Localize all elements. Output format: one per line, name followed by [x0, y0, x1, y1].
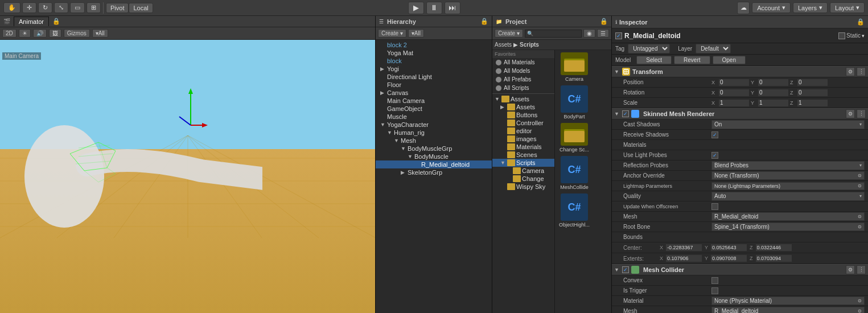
- bounds-cz[interactable]: [755, 244, 792, 252]
- tree-scenes[interactable]: Scenes: [492, 151, 554, 159]
- scale-x[interactable]: [718, 99, 750, 107]
- lightmap-select-btn[interactable]: ⊙: [858, 183, 862, 188]
- mesh-select-btn[interactable]: ⊙: [858, 214, 862, 219]
- anchor-select-btn[interactable]: ⊙: [858, 173, 862, 178]
- cloud-icon[interactable]: ☁: [737, 2, 750, 14]
- hier-item-yogi[interactable]: ▶ Yogi: [376, 65, 492, 73]
- mc-material-field[interactable]: None (Physic Material) ⊙: [711, 296, 865, 305]
- smr-header[interactable]: ▼ ✓ Skinned Mesh Renderer ⚙ ⋮: [612, 108, 868, 120]
- mc-more-btn[interactable]: ⋮: [857, 265, 866, 274]
- animator-tab[interactable]: Animator: [14, 17, 49, 26]
- pivot-btn[interactable]: Pivot: [106, 3, 129, 13]
- is-trigger-checkbox[interactable]: [711, 287, 718, 294]
- bounds-cy[interactable]: [710, 244, 747, 252]
- move-tool[interactable]: ✛: [22, 2, 36, 13]
- asset-objecthl[interactable]: C# ObjectHighl...: [557, 193, 591, 228]
- hier-item-humanrig[interactable]: ▼ Human_rig: [376, 129, 492, 137]
- hier-item-rmedial[interactable]: R_Medial_deltoid: [376, 160, 492, 168]
- hier-item-canvas[interactable]: ▶ Canvas: [376, 89, 492, 97]
- smr-settings-btn[interactable]: ⚙: [846, 109, 855, 118]
- layer-dropdown[interactable]: Default: [696, 44, 731, 53]
- rotate-tool[interactable]: ↻: [38, 2, 52, 13]
- fav-all-prefabs[interactable]: All Prefabs: [492, 75, 554, 84]
- tree-wispysky[interactable]: Wispy Sky: [492, 183, 554, 191]
- breadcrumb-assets[interactable]: Assets: [495, 42, 512, 48]
- hierarchy-create-btn[interactable]: Create ▾: [378, 29, 406, 38]
- fav-all-models[interactable]: All Models: [492, 67, 554, 75]
- account-dropdown[interactable]: Account ▾: [752, 2, 791, 13]
- tree-assets2[interactable]: ▶ Assets: [492, 103, 554, 111]
- scale-tool[interactable]: ⤡: [54, 2, 68, 13]
- inspector-scroll[interactable]: ✓ R_Medial_deltoid Static ▾ Tag Untagged…: [612, 28, 868, 313]
- project-create-btn[interactable]: Create ▾: [495, 29, 523, 38]
- hier-item-mesh[interactable]: ▼ Mesh: [376, 137, 492, 145]
- tree-images[interactable]: images: [492, 135, 554, 143]
- tree-materials[interactable]: Materials: [492, 143, 554, 151]
- receive-shadows-checkbox[interactable]: [711, 131, 718, 138]
- scale-z[interactable]: [797, 99, 828, 107]
- tree-buttons[interactable]: Buttons: [492, 111, 554, 119]
- smr-enabled-checkbox[interactable]: ✓: [622, 110, 629, 117]
- proj-btn2[interactable]: ☰: [597, 29, 609, 38]
- layers-dropdown[interactable]: Layers ▾: [793, 2, 828, 13]
- hier-item-dirlight[interactable]: Directional Light: [376, 73, 492, 81]
- rotation-z[interactable]: [797, 89, 828, 97]
- tree-editor[interactable]: editor: [492, 127, 554, 135]
- light-probes-checkbox[interactable]: [711, 152, 718, 159]
- lightmap-params-field[interactable]: None (Lightmap Parameters) ⊙: [711, 182, 865, 190]
- inspector-lock[interactable]: 🔒: [857, 18, 865, 26]
- bounds-ez[interactable]: [755, 254, 792, 262]
- mc-mesh-select-btn[interactable]: ⊙: [858, 308, 862, 313]
- transform-header[interactable]: ▼ Transform ⚙ ⋮: [612, 66, 868, 77]
- scene-img-effects-btn[interactable]: 🖼: [49, 29, 61, 38]
- tag-dropdown[interactable]: Untagged: [628, 44, 670, 53]
- hier-item-block[interactable]: block: [376, 57, 492, 65]
- hier-item-skelgrp[interactable]: ▶ SkeletonGrp: [376, 168, 492, 176]
- fav-all-materials[interactable]: All Materials: [492, 58, 554, 67]
- position-x[interactable]: [718, 79, 750, 87]
- mc-header[interactable]: ▼ ✓ Mesh Collider ⚙ ⋮: [612, 264, 868, 275]
- pause-button[interactable]: ⏸: [426, 2, 442, 14]
- anchor-override-field[interactable]: None (Transform) ⊙: [711, 171, 865, 180]
- position-y[interactable]: [758, 79, 789, 87]
- model-revert-btn[interactable]: Revert: [674, 56, 710, 64]
- hand-tool[interactable]: ✋: [3, 2, 20, 13]
- hier-item-yogachar[interactable]: ▼ YogaCharacter: [376, 121, 492, 129]
- scene-2d-btn[interactable]: 2D: [2, 29, 17, 38]
- hier-item-muscle[interactable]: Muscle: [376, 113, 492, 121]
- tree-assets[interactable]: ▼ Assets: [492, 95, 554, 103]
- bounds-cx[interactable]: [665, 244, 702, 252]
- smr-more-btn[interactable]: ⋮: [857, 109, 866, 118]
- scene-audio-btn[interactable]: 🔊: [33, 29, 47, 38]
- all-layers-btn[interactable]: ▾All: [92, 29, 108, 38]
- model-select-btn[interactable]: Select: [636, 56, 672, 64]
- quality-dropdown[interactable]: Auto ▾: [711, 192, 865, 201]
- cast-shadows-dropdown[interactable]: On ▾: [711, 120, 865, 129]
- proj-btn1[interactable]: ◉: [583, 29, 595, 38]
- asset-camera-folder[interactable]: Camera: [557, 52, 591, 82]
- reflection-probes-dropdown[interactable]: Blend Probes ▾: [711, 161, 865, 170]
- root-bone-select-btn[interactable]: ⊙: [858, 224, 862, 229]
- asset-meshcollide[interactable]: C# MeshCollide: [557, 156, 591, 190]
- object-active-checkbox[interactable]: ✓: [615, 32, 622, 39]
- scene-lighting-btn[interactable]: ☀: [19, 29, 31, 38]
- step-button[interactable]: ⏭: [445, 2, 460, 14]
- hier-item-bodymuscgrp[interactable]: ▼ BodyMuscleGrp: [376, 145, 492, 153]
- tree-camera[interactable]: Camera: [492, 167, 554, 175]
- asset-change-folder[interactable]: Change Sc...: [557, 123, 591, 153]
- project-search[interactable]: 🔍: [525, 30, 582, 38]
- mc-mat-select-btn[interactable]: ⊙: [858, 298, 862, 303]
- hier-item-gameobj[interactable]: GameObject: [376, 105, 492, 113]
- fav-all-scripts[interactable]: All Scripts: [492, 84, 554, 92]
- mc-mesh-field[interactable]: R_Medial_deltoid ⊙: [711, 307, 865, 313]
- local-btn[interactable]: Local: [129, 3, 153, 13]
- tree-change[interactable]: Change: [492, 175, 554, 183]
- update-offscreen-checkbox[interactable]: [711, 203, 718, 210]
- hierarchy-search-btn[interactable]: ▾All: [408, 29, 424, 38]
- play-button[interactable]: ▶: [408, 2, 424, 14]
- gizmos-btn[interactable]: Gizmos: [64, 29, 90, 38]
- scale-y[interactable]: [758, 99, 789, 107]
- rotation-x[interactable]: [718, 89, 750, 97]
- mc-settings-btn[interactable]: ⚙: [846, 265, 855, 274]
- hier-item-yogamat[interactable]: Yoga Mat: [376, 49, 492, 57]
